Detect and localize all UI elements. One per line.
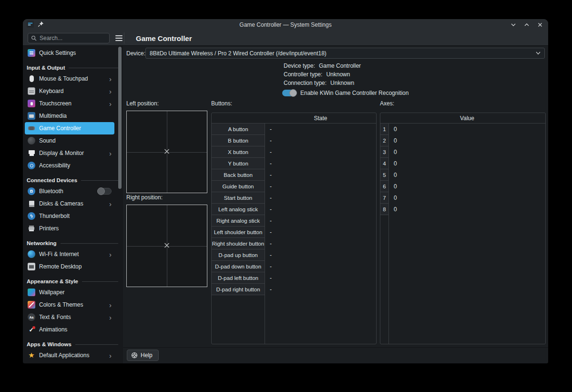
sidebar-item-colors-themes[interactable]: Colors & Themes › <box>25 299 114 311</box>
connection-type-row: Connection type: Unknown <box>284 79 409 87</box>
table-cell[interactable]: - <box>265 124 376 135</box>
table-cell[interactable]: 0 <box>389 192 545 204</box>
table-cell[interactable]: 0 <box>389 135 545 146</box>
table-cell[interactable]: - <box>265 249 376 261</box>
minimize-button[interactable] <box>510 21 517 28</box>
sidebar-item-game-controller[interactable]: Game Controller <box>25 122 114 134</box>
table-cell[interactable]: 0 <box>389 204 545 215</box>
controller-type-row: Controller type: Unknown <box>284 70 409 79</box>
sidebar-item-remote-desktop[interactable]: Remote Desktop <box>25 260 114 273</box>
table-row[interactable]: D-pad down button <box>212 261 265 272</box>
table-row[interactable]: Back button <box>212 169 265 181</box>
table-cell[interactable]: - <box>265 192 376 204</box>
sidebar-item-accessibility[interactable]: Accessibility <box>25 159 114 172</box>
kwin-recognition-label: Enable KWin Game Controller Recognition <box>300 90 409 96</box>
table-row[interactable]: Guide button <box>212 181 265 192</box>
sidebar-item-wifi-internet[interactable]: Wi-Fi & Internet › <box>25 248 114 260</box>
sidebar-item-multimedia[interactable]: Multimedia <box>25 110 114 122</box>
app-icon <box>27 21 34 29</box>
table-row[interactable]: D-pad up button <box>212 249 265 261</box>
table-cell[interactable]: 0 <box>389 146 545 158</box>
device-select-value: 8BitDo Ultimate Wireless / Pro 2 Wired C… <box>150 50 532 57</box>
sidebar-item-animations[interactable]: ✓ Animations <box>25 323 114 336</box>
axis-values: 0 0 0 0 0 0 0 0 <box>389 124 545 344</box>
sidebar-section-networking: Networking <box>23 238 123 248</box>
table-row[interactable]: Y button <box>212 158 265 169</box>
table-cell[interactable]: - <box>265 272 376 284</box>
table-row[interactable]: 5 <box>380 169 388 181</box>
table-row[interactable]: 2 <box>380 135 388 146</box>
sidebar-item-text-fonts[interactable]: Aa Text & Fonts › <box>25 311 114 323</box>
right-stick-position <box>126 205 207 287</box>
sidebar-scrollbar[interactable] <box>118 47 122 189</box>
sidebar-item-keyboard[interactable]: Keyboard › <box>25 85 114 97</box>
table-cell[interactable]: - <box>265 284 376 295</box>
table-row[interactable]: 4 <box>380 158 388 169</box>
table-row[interactable]: X button <box>212 146 265 158</box>
sidebar-item-printers[interactable]: Printers <box>25 222 114 235</box>
game-controller-page: Device: 8BitDo Ultimate Wireless / Pro 2… <box>123 46 548 363</box>
table-cell[interactable]: - <box>265 135 376 146</box>
table-row[interactable]: 7 <box>380 192 388 204</box>
table-row[interactable]: A button <box>212 124 265 135</box>
sidebar-item-thunderbolt[interactable]: ϟ Thunderbolt <box>25 210 114 222</box>
kwin-recognition-toggle[interactable] <box>282 90 296 96</box>
sidebar-item-display-monitor[interactable]: Display & Monitor › <box>25 147 114 159</box>
table-corner <box>212 113 265 124</box>
table-row[interactable]: 3 <box>380 146 388 158</box>
table-cell[interactable]: - <box>265 238 376 249</box>
help-icon <box>131 352 138 359</box>
chevron-right-icon: › <box>109 314 112 321</box>
display-icon <box>28 149 35 157</box>
table-cell[interactable]: - <box>265 261 376 272</box>
sidebar-item-default-applications[interactable]: ★ Default Applications › <box>25 349 114 361</box>
button-row-headers: A button B button X button Y button Back… <box>212 124 265 344</box>
wallpaper-icon <box>28 289 35 296</box>
left-position-label: Left position: <box>126 100 159 107</box>
sidebar-item-disks-cameras[interactable]: Disks & Cameras › <box>25 197 114 210</box>
help-button[interactable]: Help <box>127 350 159 361</box>
bluetooth-toggle[interactable] <box>97 188 112 195</box>
table-cell[interactable]: - <box>265 181 376 192</box>
table-row[interactable]: Start button <box>212 192 265 204</box>
table-cell[interactable]: 0 <box>389 169 545 181</box>
sidebar-item-sound[interactable]: Sound <box>25 134 114 147</box>
table-cell[interactable]: - <box>265 204 376 215</box>
table-row[interactable]: Right shoulder button <box>212 238 265 249</box>
table-row[interactable]: Left analog stick <box>212 204 265 215</box>
remote-desktop-icon <box>28 263 35 270</box>
sidebar-item-mouse-touchpad[interactable]: Mouse & Touchpad › <box>25 72 114 85</box>
pin-icon[interactable] <box>38 21 44 29</box>
device-select[interactable]: 8BitDo Ultimate Wireless / Pro 2 Wired C… <box>145 48 545 59</box>
table-cell[interactable]: 0 <box>389 158 545 169</box>
page-title: Game Controller <box>136 31 192 46</box>
header-divider <box>124 32 124 44</box>
table-row[interactable]: D-pad right button <box>212 284 265 295</box>
table-row[interactable]: D-pad left button <box>212 272 265 284</box>
close-button[interactable] <box>537 21 543 28</box>
table-row[interactable]: 8 <box>380 204 388 215</box>
value-column-header[interactable]: Value <box>389 113 545 124</box>
sidebar-section-appearance-style: Appearance & Style <box>23 277 123 286</box>
table-row[interactable]: Right analog stick <box>212 215 265 227</box>
sidebar-item-touchscreen[interactable]: Touchscreen › <box>25 97 114 110</box>
table-row[interactable]: Left shoulder button <box>212 227 265 238</box>
table-row[interactable]: 6 <box>380 181 388 192</box>
table-cell[interactable]: - <box>265 215 376 227</box>
sidebar-item-bluetooth[interactable]: B Bluetooth <box>25 185 114 197</box>
sidebar-item-quick-settings[interactable]: Quick Settings <box>25 47 114 59</box>
table-cell[interactable]: 0 <box>389 124 545 135</box>
search-input[interactable]: Search... <box>28 33 110 43</box>
table-row[interactable]: 1 <box>380 124 388 135</box>
state-column-header[interactable]: State <box>265 113 376 124</box>
sidebar-item-wallpaper[interactable]: Wallpaper <box>25 286 114 299</box>
table-row[interactable]: B button <box>212 135 265 146</box>
menu-button[interactable] <box>113 33 124 43</box>
chevron-right-icon: › <box>109 301 112 309</box>
table-cell[interactable]: - <box>265 227 376 238</box>
table-cell[interactable]: 0 <box>389 181 545 192</box>
table-cell[interactable]: - <box>265 169 376 181</box>
table-cell[interactable]: - <box>265 158 376 169</box>
table-cell[interactable]: - <box>265 146 376 158</box>
maximize-button[interactable] <box>523 21 530 28</box>
